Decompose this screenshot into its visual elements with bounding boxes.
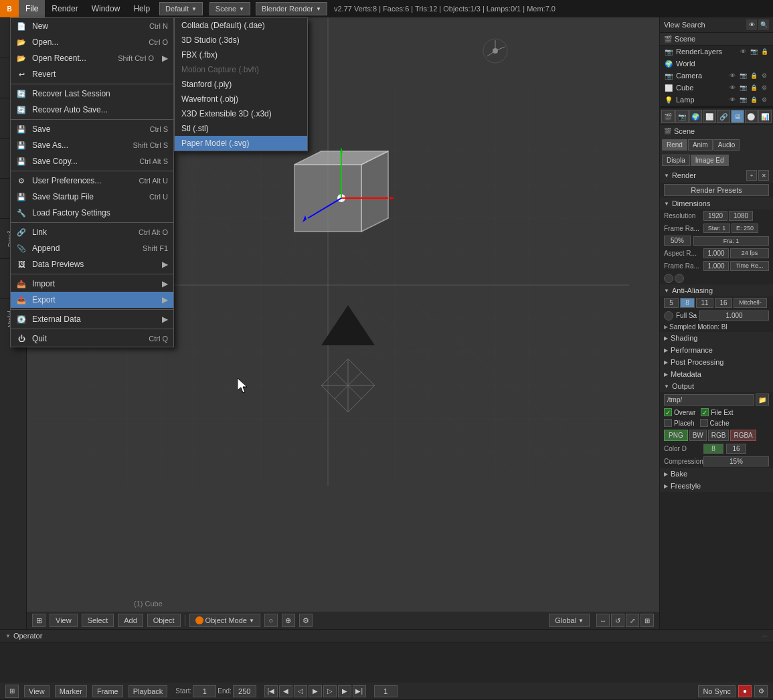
cube-lock-btn[interactable]: 🔒 bbox=[749, 83, 758, 92]
export-collada[interactable]: Collada (Default) (.dae) bbox=[175, 18, 307, 33]
record-btn[interactable]: ● bbox=[738, 685, 752, 697]
export-x3d[interactable]: X3D Extensible 3D (.x3d) bbox=[175, 106, 307, 121]
post-processing-section-header[interactable]: ▶ Post Processing bbox=[660, 356, 773, 368]
menu-help[interactable]: Help bbox=[126, 0, 157, 17]
performance-section-header[interactable]: ▶ Performance bbox=[660, 344, 773, 356]
cube-eye-btn[interactable]: 👁 bbox=[727, 83, 737, 92]
menu-save[interactable]: 💾 Save Ctrl S bbox=[11, 121, 173, 137]
menu-open-recent[interactable]: 📂 Open Recent... Shift Ctrl O ▶ bbox=[11, 50, 173, 66]
render-presets-btn[interactable]: Render Presets bbox=[664, 184, 769, 196]
menu-file[interactable]: File bbox=[19, 0, 45, 17]
transform-btn-3[interactable]: ⤢ bbox=[626, 614, 639, 627]
timeline-icon-btn[interactable]: ⊞ bbox=[5, 685, 19, 698]
camera-extra-btn[interactable]: ⚙ bbox=[760, 71, 769, 80]
menu-export[interactable]: 📤 Export ▶ bbox=[11, 292, 173, 308]
anim-tab[interactable]: Anim bbox=[688, 139, 713, 151]
export-stanford[interactable]: Stanford (.ply) bbox=[175, 77, 307, 92]
menu-load-factory[interactable]: 🔧 Load Factory Settings bbox=[11, 205, 173, 221]
lock-btn[interactable]: 🔒 bbox=[760, 47, 769, 56]
play-btn[interactable]: ▶ bbox=[309, 685, 322, 697]
viewport-snap-btn[interactable]: ⊕ bbox=[282, 614, 295, 627]
image-ed-tab[interactable]: Image Ed bbox=[691, 155, 729, 166]
timeline-view-btn[interactable]: View bbox=[24, 685, 50, 697]
time-btn-2[interactable] bbox=[675, 274, 684, 283]
menu-import[interactable]: 📥 Import ▶ bbox=[11, 276, 173, 292]
fps-dropdown[interactable]: 24 fps bbox=[730, 248, 769, 258]
full-sample-toggle[interactable] bbox=[664, 311, 673, 321]
go-start-btn[interactable]: |◀ bbox=[264, 685, 278, 697]
next-frame-btn[interactable]: ▶ bbox=[338, 685, 351, 697]
current-frame-input[interactable] bbox=[374, 685, 398, 697]
viewport-extra-btn[interactable]: ⚙ bbox=[299, 614, 313, 627]
camera-lock-btn[interactable]: 🔒 bbox=[749, 71, 758, 80]
output-path-field[interactable]: /tmp/ bbox=[664, 394, 754, 406]
timeline-frame-btn[interactable]: Frame bbox=[92, 685, 123, 697]
outliner-item-camera[interactable]: 📷 Camera 👁 📷 🔒 ⚙ bbox=[660, 70, 773, 82]
time-re[interactable]: Time Re... bbox=[730, 261, 769, 271]
transform-btn-4[interactable]: ⊞ bbox=[640, 614, 654, 627]
menu-user-prefs[interactable]: ⚙ User Preferences... Ctrl Alt U bbox=[11, 173, 173, 189]
lamp-eye-btn[interactable]: 👁 bbox=[727, 95, 737, 104]
aa-val-11[interactable]: 11 bbox=[696, 298, 713, 308]
view-icon[interactable]: 👁 bbox=[746, 19, 757, 30]
render-presets-add[interactable]: + bbox=[746, 170, 757, 181]
bake-section-header[interactable]: ▶ Bake bbox=[660, 468, 773, 480]
sync-btn[interactable]: No Sync bbox=[698, 685, 736, 697]
prop-data-btn[interactable]: 📊 bbox=[758, 110, 772, 123]
export-wavefront[interactable]: Wavefront (.obj) bbox=[175, 92, 307, 106]
camera-eye-btn[interactable]: 👁 bbox=[727, 71, 737, 80]
frame-label[interactable]: Fra: 1 bbox=[693, 236, 769, 246]
color-depth-val1[interactable]: 8 bbox=[703, 444, 723, 454]
aspect-x[interactable]: 1.000 bbox=[703, 248, 729, 258]
format-png-btn[interactable]: PNG bbox=[664, 430, 688, 441]
shading-section-header[interactable]: ▶ Shading bbox=[660, 332, 773, 344]
menu-save-copy[interactable]: 💾 Save Copy... Ctrl Alt S bbox=[11, 153, 173, 169]
bw-btn[interactable]: BW bbox=[689, 430, 707, 441]
scene-selector[interactable]: Scene ▼ bbox=[209, 2, 250, 15]
aspect-y[interactable]: 1.000 bbox=[703, 261, 729, 271]
viewport-mode-btn[interactable]: Object Mode ▼ bbox=[189, 614, 260, 627]
cache-checkbox[interactable]: Cache bbox=[700, 419, 729, 427]
placeholders-checkbox[interactable]: Placeh bbox=[664, 419, 695, 427]
viewport-add-btn[interactable]: Add bbox=[118, 614, 143, 627]
output-section-header[interactable]: ▼ Output bbox=[660, 380, 773, 392]
prop-scene-btn[interactable]: 🎬 bbox=[661, 110, 675, 123]
menu-revert[interactable]: ↩ Revert bbox=[11, 66, 173, 82]
resolution-percent[interactable]: 50% bbox=[664, 236, 691, 246]
rgba-btn[interactable]: RGBA bbox=[730, 430, 756, 441]
export-fbx[interactable]: FBX (.fbx) bbox=[175, 48, 307, 62]
timeline-playback-btn[interactable]: Playback bbox=[128, 685, 168, 697]
prev-keyframe-btn[interactable]: ◁ bbox=[294, 685, 307, 697]
render-section-header[interactable]: ▼ Render + ✕ bbox=[660, 168, 773, 183]
resolution-y[interactable] bbox=[729, 211, 753, 221]
transform-btn-2[interactable]: ↺ bbox=[611, 614, 624, 627]
go-end-btn[interactable]: ▶| bbox=[353, 685, 366, 697]
viewport-icon-btn[interactable]: ⊞ bbox=[32, 614, 46, 627]
displa-tab[interactable]: Displa bbox=[662, 155, 690, 166]
output-browse-btn[interactable]: 📁 bbox=[756, 393, 769, 406]
menu-new[interactable]: 📄 New Ctrl N bbox=[11, 18, 173, 34]
camera-render-btn[interactable]: 📷 bbox=[738, 71, 748, 80]
eye-btn[interactable]: 👁 bbox=[738, 47, 748, 56]
frame-end[interactable]: E: 250 bbox=[732, 224, 758, 233]
transform-btn-1[interactable]: ↔ bbox=[596, 614, 610, 627]
prop-render-btn[interactable]: 🖥 bbox=[731, 110, 744, 123]
timeline-marker-btn[interactable]: Marker bbox=[55, 685, 87, 697]
lamp-lock-btn[interactable]: 🔒 bbox=[749, 95, 758, 104]
render-btn[interactable]: 📷 bbox=[749, 47, 758, 56]
lamp-render-btn[interactable]: 📷 bbox=[738, 95, 748, 104]
outliner-item-renderlayers[interactable]: 📷 RenderLayers 👁 📷 🔒 bbox=[660, 46, 773, 58]
aa-val-16[interactable]: 16 bbox=[715, 298, 732, 308]
menu-render[interactable]: Render bbox=[45, 0, 84, 17]
prop-object-btn[interactable]: ⬜ bbox=[703, 110, 716, 123]
color-depth-val2[interactable]: 16 bbox=[726, 444, 746, 454]
render-presets-remove[interactable]: ✕ bbox=[758, 170, 769, 181]
metadata-section-header[interactable]: ▶ Metadata bbox=[660, 368, 773, 380]
lamp-extra-btn[interactable]: ⚙ bbox=[760, 95, 769, 104]
aa-section-header[interactable]: ▼ Anti-Aliasing bbox=[660, 284, 773, 296]
operator-header[interactable]: ▼ Operator ··· bbox=[0, 630, 773, 642]
viewport-object-btn[interactable]: Object bbox=[147, 614, 181, 627]
cube-extra-btn[interactable]: ⚙ bbox=[760, 83, 769, 92]
viewport-view-btn[interactable]: View bbox=[50, 614, 78, 627]
prop-render-layers-btn[interactable]: 📷 bbox=[675, 110, 689, 123]
